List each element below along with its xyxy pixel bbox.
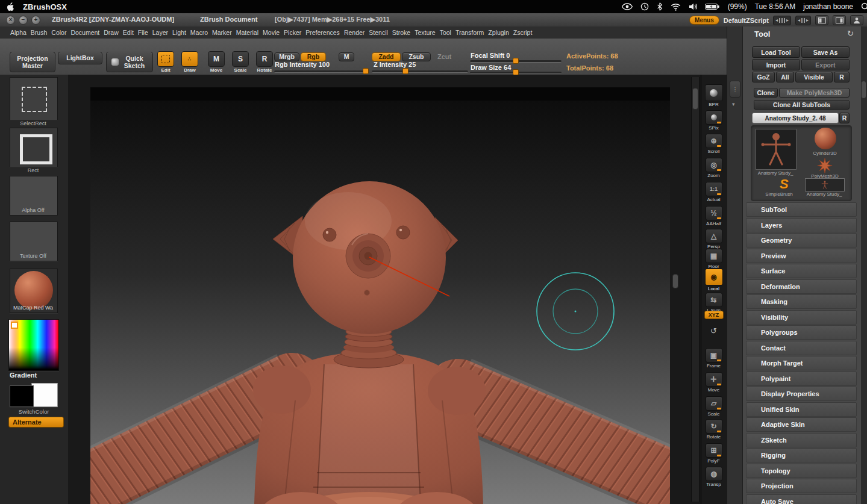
tool-section-zsketch[interactable]: ZSketch [746,433,857,447]
time-machine-icon[interactable] [640,2,649,11]
divider-drag-handle[interactable]: ⋮ [730,81,740,98]
menu-stroke[interactable]: Stroke [392,29,410,36]
menu-macro[interactable]: Macro [190,29,208,36]
quick-sketch-button[interactable]: Quick Sketch [106,52,153,72]
menu-brush[interactable]: Brush [31,29,47,36]
volume-icon[interactable] [689,3,697,10]
edit-mode-button[interactable]: Edit [155,51,176,73]
right-shelf-scroll[interactable]: ⊕ Scroll [701,134,727,154]
zcut-button[interactable]: Zcut [437,53,451,60]
canvas-vertical-scrollbar[interactable] [691,77,700,502]
right-shelf-spin[interactable]: ↺ [701,325,727,336]
document-scroll-handle[interactable] [672,274,678,288]
right-shelf-scale[interactable]: ▱ Scale [701,396,727,417]
menu-zplugin[interactable]: Zplugin [488,29,509,36]
clone-button[interactable]: Clone [754,88,778,98]
panel-divider[interactable]: ⋮ ▾ [727,26,743,504]
right-shelf-lsym[interactable]: ⇆ L.Sym [701,293,727,313]
secondary-color-swatch[interactable] [31,383,58,407]
right-shelf-actual[interactable]: 1:1 Actual [701,182,727,202]
tool-section-masking[interactable]: Masking [746,294,857,309]
right-shelf-move[interactable]: ✛ Move [701,372,727,393]
battery-icon[interactable] [705,3,720,10]
menu-bar-clock[interactable]: Tue 8:56 AM [755,2,796,11]
tool-section-layers[interactable]: Layers [746,218,857,232]
polymesh3d-thumbnail[interactable] [817,158,833,173]
right-shelf-frame[interactable]: ▣ Frame [701,348,727,369]
menu-alpha[interactable]: Alpha [10,29,27,36]
save-as-button[interactable]: Save As [801,46,850,58]
tool-section-deformation[interactable]: Deformation [746,279,857,294]
bluetooth-icon[interactable] [657,2,663,11]
mac-app-name[interactable]: ZBrushOSX [23,2,67,11]
menu-preferences[interactable]: Preferences [305,29,340,36]
menu-movie[interactable]: Movie [263,29,280,36]
menu-edit[interactable]: Edit [123,29,134,36]
tool-section-geometry[interactable]: Geometry [746,233,857,247]
document-canvas[interactable] [90,87,670,504]
right-shelf-spix[interactable]: SPix [701,110,727,131]
zadd-button[interactable]: Zadd [372,52,401,61]
projection-master-button[interactable]: Projection Master [10,52,55,72]
apple-menu-icon[interactable] [7,2,14,11]
right-edge-handle[interactable] [861,81,866,99]
tool-section-preview[interactable]: Preview [746,249,857,263]
rgb-button[interactable]: Rgb [301,52,326,61]
active-tool-name[interactable]: Anatomy Study_2. 48 [752,113,839,123]
stroke-selectrect-thumb[interactable] [10,77,58,120]
color-picker-gradient[interactable] [8,319,59,371]
z-intensity-slider[interactable] [372,70,468,73]
menu-tool[interactable]: Tool [440,29,451,36]
menu-light[interactable]: Light [172,29,186,36]
menu-document[interactable]: Document [70,29,99,36]
right-shelf-transp[interactable]: ◍ Transp [701,467,727,487]
dock-right-tray-button[interactable] [833,15,846,25]
make-polymesh3d-button[interactable]: Make PolyMesh3D [779,88,850,98]
menu-layer[interactable]: Layer [152,29,168,36]
close-button[interactable]: × [6,16,15,25]
right-shelf-floor[interactable]: ▦ Floor [701,249,727,269]
simplebrush-thumbnail[interactable]: S [780,176,789,192]
eye-icon[interactable] [622,3,633,10]
tool-refresh-icon[interactable]: ↻ [847,29,854,38]
fast-user-switching-name[interactable]: jonathan boone [803,2,853,11]
menu-stencil[interactable]: Stencil [369,29,388,36]
current-tool-thumbnail[interactable] [756,129,797,170]
main-color-swatch[interactable] [10,385,34,407]
tool-section-projection[interactable]: Projection [746,479,857,493]
alternate-button[interactable]: Alternate [8,417,64,428]
tool-section-polypaint[interactable]: Polypaint [746,372,857,386]
right-shelf-rotate[interactable]: ↻ Rotate [701,419,727,440]
menu-color[interactable]: Color [51,29,66,36]
menus-toggle-button[interactable]: Menus [689,16,719,25]
import-button[interactable]: Import [752,59,800,70]
tool-section-contact[interactable]: Contact [746,341,857,355]
divider-collapse-icon[interactable]: ▾ [732,101,735,107]
tool-section-rigging[interactable]: Rigging [746,448,857,462]
tool-section-display-properties[interactable]: Display Properties [746,387,857,401]
menu-draw[interactable]: Draw [104,29,119,36]
xyz-symmetry-button[interactable]: XYZ [704,311,724,319]
menu-transform[interactable]: Transform [455,29,484,36]
panel-size-slider[interactable]: ◂▸ [795,16,811,25]
focal-shift-handle[interactable] [513,58,519,64]
tool-section-unified-skin[interactable]: Unified Skin [746,402,857,417]
right-shelf-polyf[interactable]: ⊞ PolyF [701,443,727,464]
right-shelf-zoom[interactable]: ◎ Zoom [701,158,727,178]
right-shelf-bpr[interactable]: BPR [701,84,727,107]
tool-section-surface[interactable]: Surface [746,264,857,278]
zoom-button[interactable]: + [31,16,40,25]
load-tool-button[interactable]: Load Tool [752,46,800,58]
recent-tool-thumbnail[interactable] [805,178,845,191]
rgb-intensity-handle[interactable] [363,68,369,74]
canvas-scrollbar-handle[interactable] [692,88,698,110]
minimize-button[interactable]: − [19,16,28,25]
tool-r-button[interactable]: R [839,113,850,123]
tool-section-auto-save[interactable]: Auto Save [746,494,857,504]
right-shelf-local[interactable]: ◉ Local [701,269,727,291]
color-picker-cursor[interactable] [11,322,18,329]
tool-section-morph-target[interactable]: Morph Target [746,356,857,370]
z-intensity-handle[interactable] [402,68,408,74]
rotate-mode-button[interactable]: R Rotate [254,51,275,73]
default-zscript-button[interactable]: DefaultZScript [724,17,769,24]
